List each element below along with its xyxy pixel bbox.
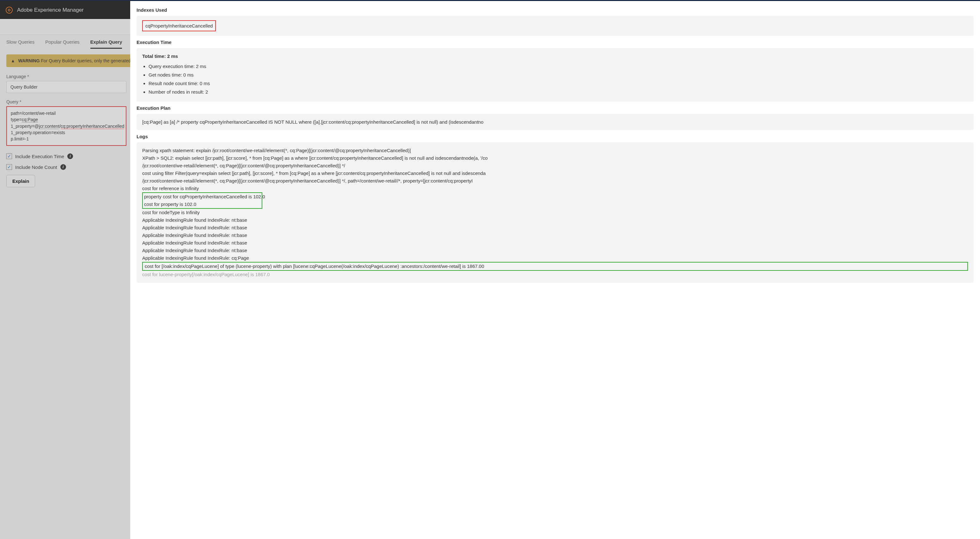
- log-line: cost for lucene-property[/oak:index/cqPa…: [142, 271, 968, 278]
- log-line: Applicable IndexingRule found IndexRule:…: [142, 224, 968, 231]
- execution-plan-text: [cq:Page] as [a] /* property cqPropertyI…: [142, 119, 484, 124]
- logs-box: Parsing xpath statement: explain /jcr:ro…: [137, 142, 974, 283]
- total-time-label: Total time: 2 ms: [142, 53, 968, 60]
- results-panel: Indexes Used cqPropertyInheritanceCancel…: [130, 0, 980, 539]
- log-line: Applicable IndexingRule found IndexRule:…: [142, 247, 968, 254]
- exec-time-bullet: Result node count time: 0 ms: [148, 80, 968, 87]
- execution-plan-box: [cq:Page] as [a] /* property cqPropertyI…: [137, 114, 974, 130]
- log-line: /jcr:root/content/we-retail//element(*, …: [142, 177, 968, 185]
- exec-time-bullet: Query execution time: 2 ms: [148, 63, 968, 70]
- log-line: Applicable IndexingRule found IndexRule:…: [142, 216, 968, 224]
- execution-time-title: Execution Time: [137, 40, 974, 45]
- log-line: cost for [/oak:index/cqPageLucene] of ty…: [145, 263, 966, 270]
- log-line: XPath > SQL2: explain select [jcr:path],…: [142, 155, 968, 162]
- log-line: Applicable IndexingRule found IndexRule:…: [142, 239, 968, 247]
- log-highlight-green: cost for [/oak:index/cqPageLucene] of ty…: [142, 262, 968, 271]
- execution-plan-title: Execution Plan: [137, 105, 974, 111]
- log-line: Applicable IndexingRule found IndexRule:…: [142, 254, 968, 262]
- index-name: cqPropertyInheritanceCancelled: [142, 20, 216, 31]
- log-line: /jcr:root/content/we-retail//element(*, …: [142, 162, 968, 169]
- logs-title: Logs: [137, 134, 974, 139]
- log-highlight-green: property cost for cqPropertyInheritanceC…: [142, 192, 262, 209]
- exec-time-bullet: Number of nodes in result: 2: [148, 88, 968, 96]
- log-line: cost for property is 102.0: [144, 201, 260, 208]
- execution-time-box: Total time: 2 ms Query execution time: 2…: [137, 48, 974, 101]
- log-line: cost using filter Filter(query=explain s…: [142, 169, 968, 177]
- exec-time-bullet: Get nodes time: 0 ms: [148, 71, 968, 78]
- log-line: cost for reference is Infinity: [142, 185, 968, 192]
- log-line: property cost for cqPropertyInheritanceC…: [144, 193, 260, 201]
- indexes-used-box: cqPropertyInheritanceCancelled: [137, 16, 974, 36]
- log-line: cost for nodeType is Infinity: [142, 209, 968, 216]
- indexes-used-title: Indexes Used: [137, 7, 974, 13]
- log-line: Applicable IndexingRule found IndexRule:…: [142, 231, 968, 239]
- log-line: Parsing xpath statement: explain /jcr:ro…: [142, 147, 968, 155]
